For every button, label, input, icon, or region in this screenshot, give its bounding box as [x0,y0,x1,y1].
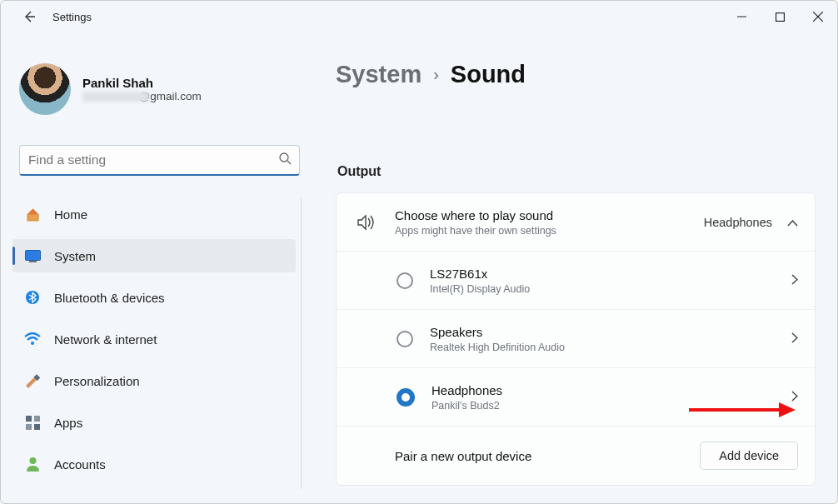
profile-name: Pankil Shah [82,76,202,90]
maximize-button[interactable] [761,3,799,30]
avatar [19,63,71,115]
title-bar: Settings [1,1,837,32]
window-controls [722,3,837,30]
breadcrumb-parent[interactable]: System [336,61,421,88]
device-text: Speakers Realtek High Definition Audio [430,325,791,353]
breadcrumb-current: Sound [451,61,526,88]
sidebar-item-label: Personalization [54,374,140,388]
section-label-output: Output [337,164,381,179]
device-name: Speakers [430,325,791,339]
profile-text: Pankil Shah xxxxxxxxxx@gmail.com [82,76,202,102]
sidebar-item-label: Network & internet [54,332,157,347]
sidebar-item-network[interactable]: Network & internet [12,322,296,356]
output-header-value: Headphones [704,216,772,229]
back-button[interactable] [21,8,37,25]
sidebar-item-label: Home [54,207,87,222]
output-header-subtitle: Apps might have their own settings [395,225,704,237]
sidebar-item-bluetooth[interactable]: Bluetooth & devices [12,281,296,314]
system-icon [24,247,41,264]
svg-rect-13 [26,424,32,430]
pair-device-label: Pair a new output device [395,449,700,463]
apps-icon [24,414,41,431]
sidebar-item-accounts[interactable]: Accounts [12,447,296,481]
sidebar-item-label: System [54,249,96,263]
radio-unchecked[interactable] [397,272,413,289]
svg-point-9 [31,342,34,345]
sidebar-item-home[interactable]: Home [12,197,296,231]
profile-block[interactable]: Pankil Shah xxxxxxxxxx@gmail.com [19,63,202,115]
svg-rect-11 [26,416,32,422]
chevron-right-icon[interactable] [791,332,798,346]
device-driver: Pankil's Buds2 [431,400,791,412]
svg-point-15 [29,457,36,464]
output-device-row[interactable]: Speakers Realtek High Definition Audio [337,310,815,368]
sidebar-item-system[interactable]: System [12,239,296,272]
wifi-icon [24,331,41,347]
chevron-right-icon: › [433,65,439,84]
svg-line-5 [287,161,291,164]
chevron-up-icon [787,216,798,229]
output-header-row[interactable]: Choose where to play sound Apps might ha… [337,193,815,252]
output-header-title: Choose where to play sound [395,208,704,222]
bluetooth-icon [24,289,41,306]
svg-rect-6 [25,250,40,260]
sidebar-item-personalization[interactable]: Personalization [12,364,296,397]
device-driver: Intel(R) Display Audio [430,283,791,295]
sidebar-item-label: Accounts [54,457,106,472]
breadcrumb: System › Sound [336,61,526,88]
device-driver: Realtek High Definition Audio [430,342,791,353]
search-wrapper [19,145,300,176]
person-icon [24,456,41,472]
radio-unchecked[interactable] [397,331,413,347]
pair-device-row: Pair a new output device Add device [337,427,815,485]
arrow-left-icon [22,10,36,23]
profile-email: xxxxxxxxxx@gmail.com [82,90,202,102]
search-icon [279,152,292,167]
brush-icon [24,372,41,389]
sidebar-item-label: Apps [54,416,82,430]
svg-rect-1 [776,12,784,21]
sidebar-nav: Home System Bluetooth & devices Network … [12,197,302,489]
device-name: LS27B61x [430,267,791,281]
device-text: LS27B61x Intel(R) Display Audio [430,267,791,295]
close-button[interactable] [799,3,837,30]
output-panel: Choose where to play sound Apps might ha… [336,192,816,486]
device-name: Headphones [431,383,791,397]
radio-checked[interactable] [397,388,415,407]
chevron-right-icon[interactable] [791,391,798,404]
minimize-button[interactable] [722,3,761,30]
device-text: Headphones Pankil's Buds2 [431,383,791,412]
search-input[interactable] [19,145,300,176]
window-title: Settings [52,11,92,23]
output-device-row[interactable]: Headphones Pankil's Buds2 [337,368,815,427]
sidebar-item-label: Bluetooth & devices [54,291,165,305]
svg-rect-14 [34,424,40,430]
home-icon [24,206,41,222]
chevron-right-icon[interactable] [791,274,798,287]
output-header-text: Choose where to play sound Apps might ha… [395,208,704,237]
sidebar-item-apps[interactable]: Apps [12,406,296,439]
svg-rect-7 [29,261,37,262]
speaker-icon [353,213,380,232]
svg-rect-12 [34,416,40,422]
svg-point-4 [280,153,288,162]
add-device-button[interactable]: Add device [700,442,798,470]
output-device-row[interactable]: LS27B61x Intel(R) Display Audio [337,252,815,310]
